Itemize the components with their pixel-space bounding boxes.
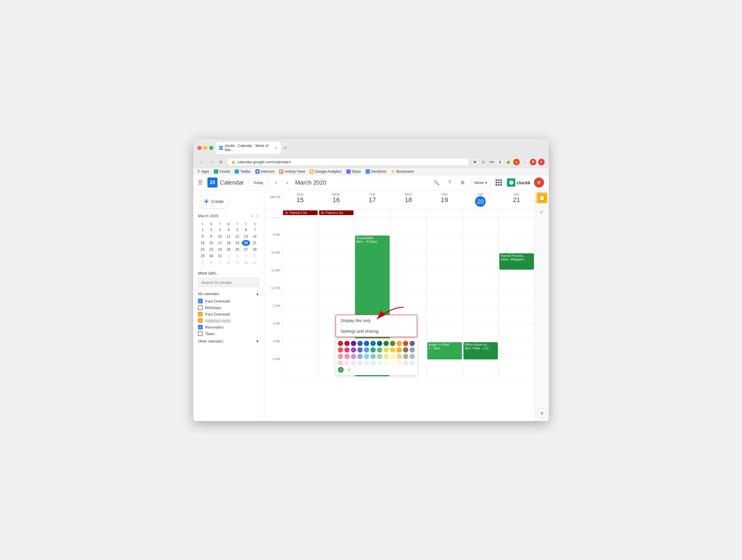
help-icon[interactable]: ? <box>445 178 454 187</box>
extension-icon-2[interactable]: </> <box>488 159 495 165</box>
mini-cal-day[interactable]: 17 <box>216 240 224 246</box>
cell-mon-11am[interactable] <box>318 271 355 289</box>
color-t2[interactable] <box>344 360 350 366</box>
mini-cal-day[interactable]: 21 <box>251 240 259 246</box>
cell-sat-2pm[interactable] <box>498 325 535 342</box>
calendar-item-reminders[interactable]: ✓ Reminders <box>198 324 259 330</box>
bookmark-apps[interactable]: ⠿ Apps <box>197 169 209 174</box>
color-r12[interactable] <box>403 347 408 352</box>
cell-thu-8am[interactable] <box>426 218 463 235</box>
apps-icon[interactable] <box>494 178 504 187</box>
mini-cal-day[interactable]: 18 <box>225 240 232 246</box>
mini-cal-day[interactable]: 9 <box>207 233 215 239</box>
mini-cal-day-other[interactable]: 5 <box>199 260 207 266</box>
cell-mon-9am[interactable] <box>318 235 355 253</box>
color-t8[interactable] <box>383 360 389 366</box>
color-t5[interactable] <box>364 360 369 366</box>
mini-cal-day-other[interactable]: 2 <box>233 253 241 259</box>
cell-sun-11am[interactable] <box>282 271 318 289</box>
event-angie-paul[interactable]: Angie <> Paul 3 – 4pm <box>427 342 462 359</box>
color-r6[interactable] <box>364 347 369 352</box>
color-s2[interactable] <box>344 354 350 359</box>
cell-sun-3pm[interactable] <box>282 342 318 360</box>
cell-wed-8am[interactable] <box>390 218 426 235</box>
cell-thu-12pm[interactable] <box>426 289 463 307</box>
cell-thu-4pm[interactable] <box>426 360 463 378</box>
color-t4[interactable] <box>357 360 363 366</box>
cell-sat-3pm[interactable] <box>498 342 535 360</box>
cell-sun-10am[interactable] <box>282 253 318 271</box>
color-s9[interactable] <box>390 354 395 359</box>
color-t7[interactable] <box>377 360 382 366</box>
color-s7[interactable] <box>377 354 382 359</box>
cell-wed-9am[interactable] <box>390 235 426 253</box>
cell-thu-1pm[interactable] <box>426 307 463 325</box>
mini-cal-day[interactable]: 15 <box>199 240 207 246</box>
next-week-button[interactable]: › <box>284 178 290 187</box>
bookmark-twitter[interactable]: 🐦 Twitter <box>235 169 250 174</box>
cell-sun-9am[interactable] <box>282 235 318 253</box>
bookmark-stripe[interactable]: S Stripe <box>347 169 361 174</box>
color-s8[interactable] <box>383 354 389 359</box>
bookmark-intercom[interactable]: 💬 Intercom <box>255 169 275 174</box>
color-r13[interactable] <box>410 347 415 352</box>
color-tangerine[interactable] <box>403 341 408 346</box>
cell-fri-3pm[interactable]: Office Hours wi... 3pm, Volta - L10... <box>463 342 499 360</box>
settings-icon[interactable]: ⚙ <box>458 178 467 187</box>
mini-cal-day[interactable]: 12 <box>233 233 241 239</box>
active-tab[interactable]: 20 clockk - Calendar - Week of Mar... ✕ <box>216 142 281 154</box>
right-sidebar-icon-1[interactable]: 📋 <box>537 192 547 203</box>
mini-prev-button[interactable]: ‹ <box>250 213 254 219</box>
mini-cal-day[interactable]: 13 <box>242 233 250 239</box>
calendar-item-tasks[interactable]: Tasks <box>198 330 259 337</box>
mini-cal-day[interactable]: 29 <box>199 253 207 259</box>
color-r2[interactable] <box>338 347 343 352</box>
mini-cal-day[interactable]: 25 <box>225 246 232 253</box>
allday-event-stpatricks-mon[interactable]: St. Patrick's Da <box>319 210 354 215</box>
mini-cal-day-other[interactable]: 9 <box>233 260 241 266</box>
context-menu-display-only[interactable]: Display this only <box>336 315 417 326</box>
cell-sun-8am[interactable] <box>282 218 318 235</box>
color-t3[interactable] <box>351 360 356 366</box>
user-avatar[interactable]: P <box>534 177 544 187</box>
new-tab-button[interactable]: + <box>282 145 288 151</box>
color-t12[interactable] <box>410 360 415 366</box>
mini-cal-day-other[interactable]: 3 <box>242 253 250 259</box>
right-sidebar-add[interactable]: + <box>537 408 547 419</box>
cell-mon-10am[interactable] <box>318 253 355 271</box>
mini-cal-day[interactable]: 7 <box>251 227 259 233</box>
event-payroll[interactable]: Payroll Process... 10am, Wagepoi... <box>499 253 534 270</box>
color-s10[interactable] <box>396 354 402 359</box>
cell-fri-12pm[interactable] <box>463 289 499 307</box>
color-s11[interactable] <box>403 354 408 359</box>
color-s5[interactable] <box>364 354 369 359</box>
tab-close-button[interactable]: ✕ <box>275 146 277 150</box>
cell-sun-1pm[interactable] <box>282 307 318 325</box>
color-t6[interactable] <box>370 360 376 366</box>
close-button[interactable] <box>197 146 202 150</box>
extension-icon-3[interactable]: ℹ <box>497 159 503 165</box>
back-button[interactable]: ← <box>197 159 205 166</box>
color-add-button[interactable]: + <box>346 367 352 373</box>
color-tomato[interactable] <box>338 341 343 346</box>
bookmark-clockk[interactable]: C Clockk <box>214 169 230 174</box>
cell-fri-11am[interactable] <box>463 271 499 289</box>
cell-sat-12pm[interactable] <box>498 289 535 307</box>
cell-tue-9am[interactable]: Unavailable 9am – 4:55pm <box>354 235 390 253</box>
user-profile-icon[interactable]: P <box>530 159 536 165</box>
calendar-item-paul2[interactable]: ✓ Paul Doerwald <box>198 311 259 317</box>
color-sage[interactable] <box>383 341 389 346</box>
cell-sat-9am[interactable] <box>498 235 535 253</box>
cell-thu-2pm[interactable] <box>426 325 463 342</box>
cell-sat-10am[interactable]: Payroll Process... 10am, Wagepoi... <box>498 253 535 271</box>
color-grape[interactable] <box>351 341 356 346</box>
cell-fri-8am[interactable] <box>463 218 499 235</box>
color-s12[interactable] <box>410 354 415 359</box>
mini-cal-day[interactable]: 24 <box>216 246 224 253</box>
mini-cal-day[interactable]: 31 <box>216 253 224 259</box>
mini-next-button[interactable]: › <box>255 213 259 219</box>
cell-tue-8am[interactable] <box>354 218 390 235</box>
cell-sun-4pm[interactable] <box>282 360 318 378</box>
color-s6[interactable] <box>370 354 376 359</box>
color-banana[interactable] <box>396 341 402 346</box>
